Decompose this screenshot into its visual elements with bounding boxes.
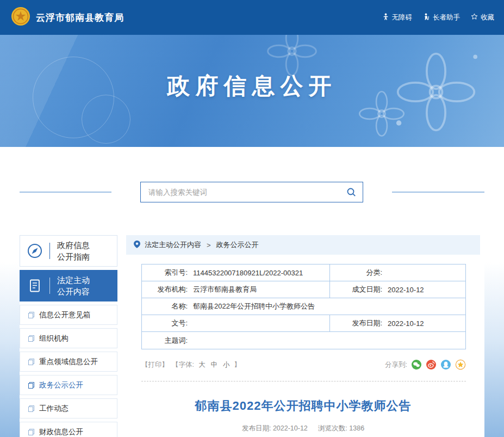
sidebar-item-organization[interactable]: 组织机构	[20, 328, 117, 348]
article-meta: 发布日期: 2022-10-12 浏览次数: 1386	[126, 424, 480, 433]
cell-issue-date: 成文日期: 2022-10-12	[329, 281, 465, 298]
cell-publish-date: 发布日期: 2022-10-12	[329, 315, 465, 331]
search-box	[140, 182, 363, 202]
sidebar: 政府信息 公开指南 法定主动 公开内容	[20, 235, 117, 437]
search-icon[interactable]	[346, 187, 356, 197]
search-section	[20, 182, 484, 202]
topbar-links: 无障碍 长者助手 收藏	[382, 13, 495, 22]
content-card: 政府信息 公开指南 法定主动 公开内容	[20, 147, 484, 437]
star-icon	[471, 13, 478, 22]
sidebar-item-key-areas[interactable]: 重点领域信息公开	[20, 352, 117, 372]
field-label: 分类:	[330, 268, 382, 278]
field-value: 郁南县2022年公开招聘中小学教师公告	[193, 301, 315, 311]
font-size-small-button[interactable]: 小	[223, 360, 230, 370]
share-weibo-icon[interactable]	[426, 359, 437, 370]
sidebar-guide-label: 政府信息 公开指南	[50, 239, 90, 262]
banner-title: 政府信息公开	[0, 71, 504, 101]
breadcrumb-item-current[interactable]: 政务公示公开	[216, 240, 259, 250]
sidebar-item-suggestion-box[interactable]: 信息公开意见箱	[20, 305, 117, 325]
view-count-label: 浏览次数:	[318, 424, 347, 432]
cell-keywords: 主题词:	[142, 332, 465, 349]
site-title: 云浮市郁南县教育局	[36, 11, 124, 24]
share-qq-icon[interactable]	[440, 359, 451, 370]
main-layout: 政府信息 公开指南 法定主动 公开内容	[20, 235, 484, 437]
dashed-divider	[141, 381, 466, 381]
national-emblem-icon	[11, 7, 30, 28]
menu-label: 重点领域信息公开	[39, 357, 98, 367]
publish-date-value: 2022-10-12	[273, 424, 308, 432]
banner-decoration-circle	[82, 95, 130, 144]
view-count: 浏览次数: 1386	[318, 424, 364, 432]
sidebar-item-statutory-disclosure[interactable]: 法定主动 公开内容	[20, 270, 117, 301]
cell-doc-number: 文号:	[142, 315, 329, 331]
table-row: 名称: 郁南县2022年公开招聘中小学教师公告	[142, 298, 465, 315]
menu-label: 组织机构	[39, 334, 69, 343]
site-brand[interactable]: 云浮市郁南县教育局	[11, 7, 124, 28]
table-row: 文号: 发布日期: 2022-10-12	[142, 315, 465, 332]
article-title: 郁南县2022年公开招聘中小学教师公告	[126, 398, 480, 414]
sidebar-item-work-news[interactable]: 工作动态	[20, 398, 117, 418]
share-label: 分享到:	[385, 360, 407, 370]
field-label: 名称:	[142, 301, 188, 311]
accessibility-label: 无障碍	[392, 13, 413, 22]
cell-category: 分类:	[329, 264, 465, 281]
sidebar-item-public-announcements[interactable]: 政务公示公开	[20, 375, 117, 395]
elder-assistant-label: 长者助手	[433, 13, 460, 22]
elder-assistant-link[interactable]: 长者助手	[423, 13, 460, 22]
font-size-prefix: 【字体:	[172, 360, 194, 370]
field-value: 2022-10-12	[388, 319, 424, 328]
toolbar-left: 【打印】 【字体: 大 中 小 】	[141, 360, 241, 370]
sidebar-statutory-label: 法定主动 公开内容	[50, 274, 90, 297]
menu-label: 信息公开意见箱	[39, 310, 91, 320]
decor-line-right	[392, 192, 484, 193]
guide-line1: 政府信息	[57, 239, 90, 251]
field-label: 成文日期:	[330, 285, 382, 294]
field-value: 2022-10-12	[388, 286, 424, 294]
field-value: 11445322007180921L/2022-00321	[193, 269, 303, 277]
font-size-suffix: 】	[234, 360, 241, 370]
compass-icon	[20, 243, 49, 259]
share-wechat-icon[interactable]	[411, 359, 422, 370]
main-content: 法定主动公开内容 > 政务公示公开 索引号: 11445322007180921…	[126, 235, 480, 437]
favorite-link[interactable]: 收藏	[471, 13, 494, 22]
print-button[interactable]: 【打印】	[141, 360, 169, 370]
pages-icon	[28, 428, 35, 435]
decor-line-left	[20, 192, 111, 193]
elder-person-icon	[423, 13, 430, 22]
menu-label: 工作动态	[39, 404, 69, 414]
pages-icon	[28, 358, 35, 365]
table-row: 索引号: 11445322007180921L/2022-00321 分类:	[142, 264, 465, 281]
document-meta-table: 索引号: 11445322007180921L/2022-00321 分类: 发…	[141, 264, 466, 349]
font-size-medium-button[interactable]: 中	[210, 360, 217, 370]
font-size-large-button[interactable]: 大	[198, 360, 206, 370]
article-toolbar: 【打印】 【字体: 大 中 小 】 分享到:	[141, 359, 466, 370]
breadcrumb-separator: >	[207, 241, 211, 249]
breadcrumb: 法定主动公开内容 > 政务公示公开	[126, 235, 480, 255]
accessibility-icon	[382, 13, 389, 22]
field-label: 文号:	[142, 318, 188, 328]
field-label: 发布日期:	[330, 318, 382, 328]
sidebar-menu: 信息公开意见箱 组织机构 重点领域信息公开 政务公示公开 工作动态	[20, 305, 117, 437]
sidebar-item-fiscal-info[interactable]: 财政信息公开	[20, 422, 117, 437]
statutory-line1: 法定主动	[57, 274, 90, 286]
share-qzone-icon[interactable]	[455, 359, 466, 370]
accessibility-link[interactable]: 无障碍	[382, 13, 413, 22]
menu-label: 财政信息公开	[39, 427, 83, 437]
topbar: 云浮市郁南县教育局 无障碍 长者助手	[0, 0, 504, 35]
sidebar-item-guide[interactable]: 政府信息 公开指南	[20, 235, 117, 267]
table-row: 发布机构: 云浮市郁南县教育局 成文日期: 2022-10-12	[142, 281, 465, 298]
publish-date: 发布日期: 2022-10-12	[242, 424, 309, 432]
publish-date-label: 发布日期:	[242, 424, 271, 432]
table-row: 主题词:	[142, 332, 465, 349]
toolbar-share: 分享到:	[385, 359, 466, 370]
favorite-label: 收藏	[481, 13, 494, 22]
search-input[interactable]	[148, 188, 346, 196]
statutory-line2: 公开内容	[57, 286, 90, 297]
pages-icon	[28, 381, 35, 389]
field-label: 主题词:	[142, 336, 188, 346]
field-value: 云浮市郁南县教育局	[193, 285, 257, 294]
breadcrumb-item-statutory[interactable]: 法定主动公开内容	[145, 240, 201, 250]
document-icon	[20, 278, 49, 293]
cell-title: 名称: 郁南县2022年公开招聘中小学教师公告	[142, 298, 465, 315]
menu-label: 政务公示公开	[39, 380, 83, 390]
